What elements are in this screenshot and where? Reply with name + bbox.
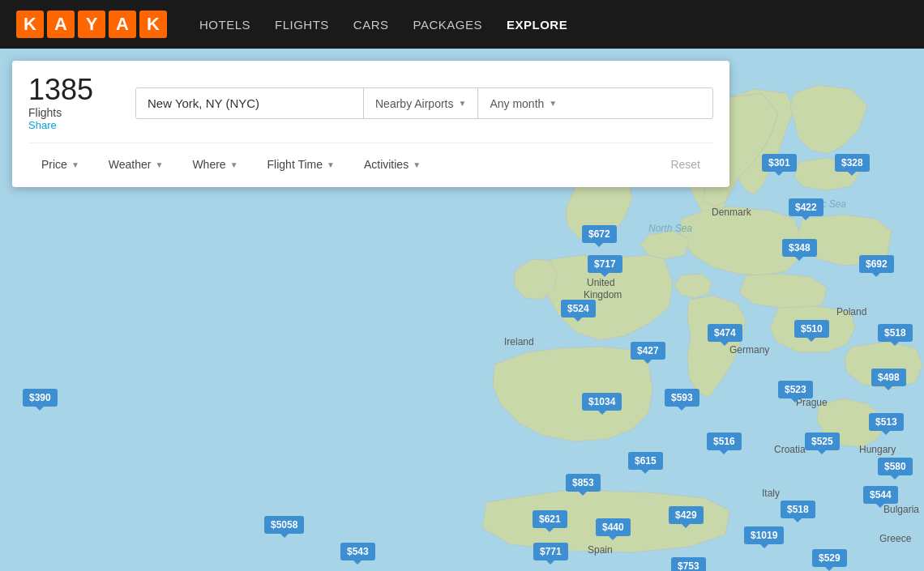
price-filter-label: Price (41, 158, 67, 171)
month-dropdown-arrow: ▼ (549, 99, 557, 108)
logo-k: K (16, 11, 44, 38)
price-filter[interactable]: Price ▼ (28, 153, 92, 176)
price-marker[interactable]: $543 (340, 543, 375, 560)
origin-input[interactable] (136, 88, 363, 118)
nearby-airports-dropdown[interactable]: Nearby Airports ▼ (364, 88, 477, 118)
price-marker[interactable]: $390 (23, 389, 58, 407)
price-marker[interactable]: $523 (778, 381, 813, 398)
search-inputs: Nearby Airports ▼ Any month ▼ (135, 87, 713, 119)
where-filter-arrow: ▼ (230, 160, 238, 169)
price-marker[interactable]: $348 (782, 239, 817, 257)
price-marker[interactable]: $621 (533, 510, 567, 528)
month-dropdown[interactable]: Any month ▼ (478, 88, 568, 118)
flight-count-number: 1385 (28, 75, 126, 104)
where-filter-label: Where (192, 158, 225, 171)
weather-filter-label: Weather (109, 158, 152, 171)
price-marker[interactable]: $771 (533, 543, 568, 560)
search-panel: 1385 Flights Share Nearby Airports ▼ Any… (12, 61, 729, 187)
price-marker[interactable]: $524 (561, 300, 596, 317)
logo-a2: A (109, 11, 136, 38)
price-marker[interactable]: $5058 (264, 516, 304, 534)
price-marker[interactable]: $513 (869, 413, 904, 431)
price-marker[interactable]: $422 (789, 198, 823, 216)
weather-filter[interactable]: Weather ▼ (96, 153, 177, 176)
nav-packages[interactable]: PACKAGES (413, 18, 482, 32)
flight-count: 1385 Flights Share (28, 75, 126, 131)
price-marker[interactable]: $1019 (744, 526, 784, 544)
price-marker[interactable]: $580 (878, 458, 913, 475)
price-marker[interactable]: $510 (794, 320, 829, 338)
activities-filter-arrow: ▼ (413, 160, 421, 169)
nav-cars[interactable]: CARS (353, 18, 389, 32)
month-label: Any month (490, 97, 544, 110)
flight-time-filter-label: Flight Time (267, 158, 323, 171)
logo-k2: K (139, 11, 167, 38)
price-marker[interactable]: $518 (781, 501, 815, 518)
price-filter-arrow: ▼ (71, 160, 79, 169)
price-marker[interactable]: $544 (863, 486, 898, 504)
price-marker[interactable]: $516 (707, 433, 742, 450)
price-marker[interactable]: $474 (708, 324, 742, 342)
price-marker[interactable]: $440 (596, 518, 631, 536)
price-marker[interactable]: $692 (859, 255, 894, 273)
price-marker[interactable]: $328 (835, 154, 870, 172)
price-marker[interactable]: $717 (588, 255, 622, 273)
filter-bar: Price ▼ Weather ▼ Where ▼ Flight Time ▼ … (28, 143, 713, 176)
price-marker[interactable]: $529 (812, 549, 847, 567)
price-marker[interactable]: $427 (631, 342, 665, 360)
navbar: K A Y A K HOTELS FLIGHTS CARS PACKAGES E… (0, 0, 924, 49)
nav-links: HOTELS FLIGHTS CARS PACKAGES EXPLORE (199, 18, 567, 32)
kayak-logo[interactable]: K A Y A K (16, 11, 167, 38)
activities-filter-label: Activities (364, 158, 409, 171)
price-marker[interactable]: $853 (566, 474, 601, 492)
weather-filter-arrow: ▼ (155, 160, 163, 169)
where-filter[interactable]: Where ▼ (179, 153, 250, 176)
logo-y: Y (78, 11, 105, 38)
price-marker[interactable]: $753 (671, 557, 706, 571)
flight-time-filter-arrow: ▼ (327, 160, 335, 169)
flight-count-label: Flights (28, 106, 126, 119)
price-marker[interactable]: $525 (805, 433, 840, 450)
price-marker[interactable]: $672 (582, 225, 617, 243)
price-marker[interactable]: $429 (669, 506, 704, 524)
price-marker[interactable]: $593 (665, 389, 699, 407)
nav-flights[interactable]: FLIGHTS (275, 18, 329, 32)
nearby-dropdown-arrow: ▼ (458, 99, 466, 108)
price-marker[interactable]: $1034 (582, 393, 622, 411)
flight-time-filter[interactable]: Flight Time ▼ (255, 153, 348, 176)
nav-hotels[interactable]: HOTELS (199, 18, 250, 32)
activities-filter[interactable]: Activities ▼ (351, 153, 434, 176)
nearby-airports-label: Nearby Airports (375, 97, 453, 110)
map-container[interactable]: North Sea Baltic Sea Ireland United King… (0, 49, 924, 571)
price-marker[interactable]: $498 (871, 369, 906, 386)
reset-button[interactable]: Reset (657, 153, 713, 176)
logo-a1: A (47, 11, 75, 38)
price-marker[interactable]: $301 (762, 154, 797, 172)
price-marker[interactable]: $518 (878, 324, 913, 342)
price-marker[interactable]: $615 (628, 452, 663, 470)
share-link[interactable]: Share (28, 119, 126, 131)
nav-explore[interactable]: EXPLORE (507, 18, 567, 32)
